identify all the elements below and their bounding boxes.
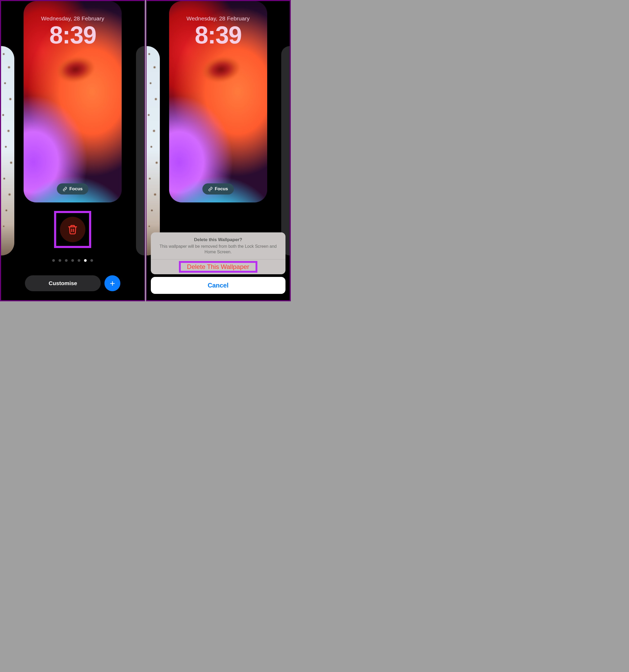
action-sheet-header: Delete this Wallpaper? This wallpaper wi… (151, 232, 286, 259)
trash-icon (67, 224, 78, 235)
action-sheet-body: Delete this Wallpaper? This wallpaper wi… (151, 232, 286, 274)
page-dot (59, 259, 61, 262)
customise-label: Customise (49, 280, 77, 286)
add-wallpaper-button[interactable]: + (104, 275, 120, 291)
page-dot (78, 259, 80, 262)
prev-wallpaper-peek[interactable] (1, 46, 14, 256)
focus-button[interactable]: Focus (57, 183, 89, 194)
next-wallpaper-peek[interactable] (136, 46, 144, 256)
trash-highlight-box (54, 211, 91, 248)
lockscreen-time: 8:39 (24, 21, 122, 49)
sheet-message: This wallpaper will be removed from both… (158, 243, 278, 255)
delete-confirm-screen: Wednesday, 28 February 8:39 Focus Delete… (146, 0, 291, 301)
page-dot (90, 259, 93, 262)
page-indicator (1, 259, 144, 262)
delete-action-row[interactable]: Delete This Wallpaper (151, 259, 286, 274)
plus-icon: + (110, 278, 115, 289)
focus-label: Focus (69, 186, 83, 192)
page-dot (65, 259, 68, 262)
delete-action-label: Delete This Wallpaper (187, 263, 249, 270)
wallpaper-gallery-screen: Wednesday, 28 February 8:39 Focus (0, 0, 145, 301)
page-dot (71, 259, 74, 262)
customise-button[interactable]: Customise (25, 275, 101, 291)
bottom-toolbar: Customise + (1, 275, 144, 291)
sheet-title: Delete this Wallpaper? (158, 237, 278, 242)
butterfly-texture (1, 46, 14, 256)
page-dot-active (84, 259, 87, 262)
cancel-button[interactable]: Cancel (151, 277, 286, 294)
lockscreen-date: Wednesday, 28 February (24, 15, 122, 22)
current-wallpaper-card[interactable]: Wednesday, 28 February 8:39 Focus (24, 1, 122, 202)
delete-wallpaper-button[interactable] (60, 217, 85, 242)
delete-action-sheet: Delete this Wallpaper? This wallpaper wi… (151, 232, 286, 294)
link-icon (63, 187, 67, 191)
cancel-label: Cancel (208, 282, 229, 289)
page-dot (52, 259, 55, 262)
